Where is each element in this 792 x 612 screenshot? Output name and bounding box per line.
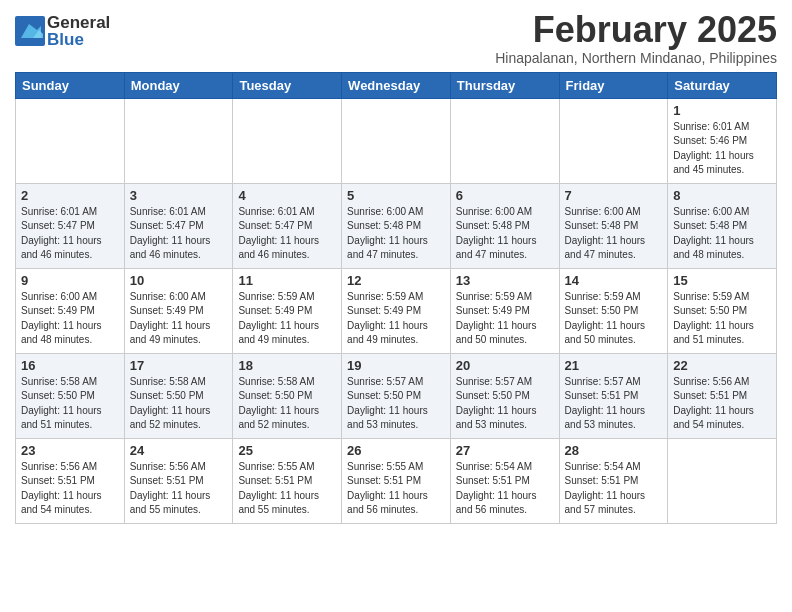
day-number: 3 (130, 188, 228, 203)
day-info: Sunrise: 5:59 AM Sunset: 5:49 PM Dayligh… (347, 290, 445, 348)
day-number: 6 (456, 188, 554, 203)
day-info: Sunrise: 5:57 AM Sunset: 5:51 PM Dayligh… (565, 375, 663, 433)
day-info: Sunrise: 5:54 AM Sunset: 5:51 PM Dayligh… (456, 460, 554, 518)
weekday-header-saturday: Saturday (668, 72, 777, 98)
day-number: 1 (673, 103, 771, 118)
day-info: Sunrise: 6:00 AM Sunset: 5:48 PM Dayligh… (347, 205, 445, 263)
day-number: 12 (347, 273, 445, 288)
day-info: Sunrise: 5:56 AM Sunset: 5:51 PM Dayligh… (21, 460, 119, 518)
day-number: 11 (238, 273, 336, 288)
day-info: Sunrise: 6:00 AM Sunset: 5:48 PM Dayligh… (673, 205, 771, 263)
calendar-cell: 12Sunrise: 5:59 AM Sunset: 5:49 PM Dayli… (342, 268, 451, 353)
calendar-cell: 19Sunrise: 5:57 AM Sunset: 5:50 PM Dayli… (342, 353, 451, 438)
calendar-cell: 28Sunrise: 5:54 AM Sunset: 5:51 PM Dayli… (559, 438, 668, 523)
day-info: Sunrise: 5:56 AM Sunset: 5:51 PM Dayligh… (673, 375, 771, 433)
day-number: 5 (347, 188, 445, 203)
day-info: Sunrise: 5:58 AM Sunset: 5:50 PM Dayligh… (130, 375, 228, 433)
day-number: 13 (456, 273, 554, 288)
calendar-cell: 7Sunrise: 6:00 AM Sunset: 5:48 PM Daylig… (559, 183, 668, 268)
day-number: 28 (565, 443, 663, 458)
day-info: Sunrise: 5:55 AM Sunset: 5:51 PM Dayligh… (238, 460, 336, 518)
location: Hinapalanan, Northern Mindanao, Philippi… (495, 50, 777, 66)
calendar-cell (342, 98, 451, 183)
calendar-cell: 17Sunrise: 5:58 AM Sunset: 5:50 PM Dayli… (124, 353, 233, 438)
day-number: 8 (673, 188, 771, 203)
calendar-cell: 10Sunrise: 6:00 AM Sunset: 5:49 PM Dayli… (124, 268, 233, 353)
day-info: Sunrise: 6:00 AM Sunset: 5:49 PM Dayligh… (130, 290, 228, 348)
day-number: 7 (565, 188, 663, 203)
calendar-cell: 13Sunrise: 5:59 AM Sunset: 5:49 PM Dayli… (450, 268, 559, 353)
day-number: 22 (673, 358, 771, 373)
calendar-cell: 27Sunrise: 5:54 AM Sunset: 5:51 PM Dayli… (450, 438, 559, 523)
calendar-cell (450, 98, 559, 183)
calendar-cell: 2Sunrise: 6:01 AM Sunset: 5:47 PM Daylig… (16, 183, 125, 268)
calendar-cell (559, 98, 668, 183)
day-number: 9 (21, 273, 119, 288)
day-number: 26 (347, 443, 445, 458)
weekday-header-monday: Monday (124, 72, 233, 98)
calendar-cell: 23Sunrise: 5:56 AM Sunset: 5:51 PM Dayli… (16, 438, 125, 523)
calendar-cell: 6Sunrise: 6:00 AM Sunset: 5:48 PM Daylig… (450, 183, 559, 268)
calendar-table: SundayMondayTuesdayWednesdayThursdayFrid… (15, 72, 777, 524)
calendar-cell: 20Sunrise: 5:57 AM Sunset: 5:50 PM Dayli… (450, 353, 559, 438)
weekday-header-wednesday: Wednesday (342, 72, 451, 98)
month-title: February 2025 (495, 10, 777, 50)
calendar-cell: 22Sunrise: 5:56 AM Sunset: 5:51 PM Dayli… (668, 353, 777, 438)
day-number: 4 (238, 188, 336, 203)
day-info: Sunrise: 6:00 AM Sunset: 5:48 PM Dayligh… (565, 205, 663, 263)
day-info: Sunrise: 5:59 AM Sunset: 5:50 PM Dayligh… (673, 290, 771, 348)
calendar-cell: 1Sunrise: 6:01 AM Sunset: 5:46 PM Daylig… (668, 98, 777, 183)
calendar-cell: 5Sunrise: 6:00 AM Sunset: 5:48 PM Daylig… (342, 183, 451, 268)
day-number: 25 (238, 443, 336, 458)
weekday-header-row: SundayMondayTuesdayWednesdayThursdayFrid… (16, 72, 777, 98)
day-number: 15 (673, 273, 771, 288)
day-info: Sunrise: 5:55 AM Sunset: 5:51 PM Dayligh… (347, 460, 445, 518)
weekday-header-tuesday: Tuesday (233, 72, 342, 98)
day-info: Sunrise: 6:01 AM Sunset: 5:47 PM Dayligh… (21, 205, 119, 263)
day-info: Sunrise: 5:59 AM Sunset: 5:49 PM Dayligh… (456, 290, 554, 348)
day-number: 10 (130, 273, 228, 288)
calendar-cell: 15Sunrise: 5:59 AM Sunset: 5:50 PM Dayli… (668, 268, 777, 353)
day-number: 17 (130, 358, 228, 373)
calendar-cell: 21Sunrise: 5:57 AM Sunset: 5:51 PM Dayli… (559, 353, 668, 438)
logo-icon (15, 16, 45, 46)
calendar-cell: 4Sunrise: 6:01 AM Sunset: 5:47 PM Daylig… (233, 183, 342, 268)
day-info: Sunrise: 6:01 AM Sunset: 5:47 PM Dayligh… (130, 205, 228, 263)
day-info: Sunrise: 5:59 AM Sunset: 5:49 PM Dayligh… (238, 290, 336, 348)
day-info: Sunrise: 5:54 AM Sunset: 5:51 PM Dayligh… (565, 460, 663, 518)
calendar-week-3: 9Sunrise: 6:00 AM Sunset: 5:49 PM Daylig… (16, 268, 777, 353)
calendar-cell: 9Sunrise: 6:00 AM Sunset: 5:49 PM Daylig… (16, 268, 125, 353)
calendar-week-4: 16Sunrise: 5:58 AM Sunset: 5:50 PM Dayli… (16, 353, 777, 438)
day-number: 23 (21, 443, 119, 458)
day-info: Sunrise: 5:57 AM Sunset: 5:50 PM Dayligh… (347, 375, 445, 433)
calendar-cell: 11Sunrise: 5:59 AM Sunset: 5:49 PM Dayli… (233, 268, 342, 353)
calendar-week-1: 1Sunrise: 6:01 AM Sunset: 5:46 PM Daylig… (16, 98, 777, 183)
calendar-cell: 3Sunrise: 6:01 AM Sunset: 5:47 PM Daylig… (124, 183, 233, 268)
calendar-cell (233, 98, 342, 183)
day-number: 16 (21, 358, 119, 373)
calendar-cell: 25Sunrise: 5:55 AM Sunset: 5:51 PM Dayli… (233, 438, 342, 523)
day-number: 2 (21, 188, 119, 203)
calendar-cell (16, 98, 125, 183)
day-info: Sunrise: 5:57 AM Sunset: 5:50 PM Dayligh… (456, 375, 554, 433)
calendar-cell: 24Sunrise: 5:56 AM Sunset: 5:51 PM Dayli… (124, 438, 233, 523)
day-info: Sunrise: 6:01 AM Sunset: 5:47 PM Dayligh… (238, 205, 336, 263)
calendar-week-5: 23Sunrise: 5:56 AM Sunset: 5:51 PM Dayli… (16, 438, 777, 523)
logo-general-text: General (47, 14, 110, 31)
day-number: 24 (130, 443, 228, 458)
day-info: Sunrise: 5:59 AM Sunset: 5:50 PM Dayligh… (565, 290, 663, 348)
calendar-cell: 14Sunrise: 5:59 AM Sunset: 5:50 PM Dayli… (559, 268, 668, 353)
weekday-header-sunday: Sunday (16, 72, 125, 98)
day-info: Sunrise: 5:58 AM Sunset: 5:50 PM Dayligh… (238, 375, 336, 433)
calendar-cell (124, 98, 233, 183)
day-number: 14 (565, 273, 663, 288)
calendar-cell: 18Sunrise: 5:58 AM Sunset: 5:50 PM Dayli… (233, 353, 342, 438)
day-number: 18 (238, 358, 336, 373)
day-info: Sunrise: 6:00 AM Sunset: 5:48 PM Dayligh… (456, 205, 554, 263)
day-number: 27 (456, 443, 554, 458)
logo: General Blue (15, 14, 110, 48)
day-info: Sunrise: 5:58 AM Sunset: 5:50 PM Dayligh… (21, 375, 119, 433)
title-area: February 2025 Hinapalanan, Northern Mind… (495, 10, 777, 66)
logo-text: General Blue (47, 14, 110, 48)
day-number: 21 (565, 358, 663, 373)
